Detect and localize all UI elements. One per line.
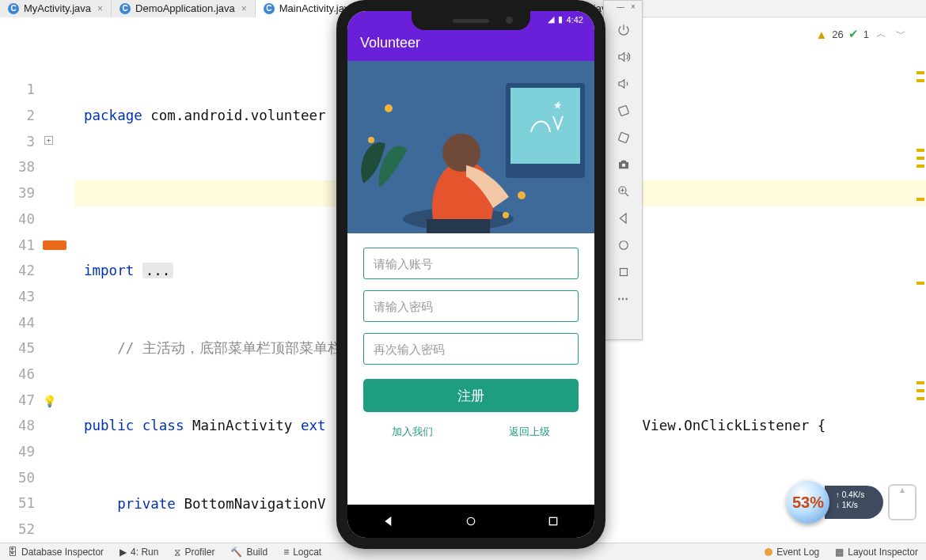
nav-home-icon[interactable] <box>465 515 477 528</box>
emulator-toolbar: — × ⋯ <box>603 0 643 340</box>
volume-up-button[interactable] <box>604 44 643 70</box>
close-icon[interactable]: × <box>241 3 247 14</box>
register-form: 注册 加入我们 返回上级 <box>347 233 594 447</box>
svg-point-12 <box>368 137 374 143</box>
rotate-left-button[interactable] <box>604 97 643 124</box>
play-icon: ▶ <box>120 547 127 558</box>
svg-rect-10 <box>442 134 480 172</box>
java-class-icon: C <box>264 3 275 14</box>
checkmark-icon: ✔ <box>848 27 859 41</box>
hammer-icon: 🔨 <box>230 547 242 558</box>
android-nav-bar <box>347 505 594 538</box>
widget-speeds: ↑ 0.4K/s ↓ 1K/s <box>825 486 883 519</box>
android-home-button[interactable] <box>604 232 643 259</box>
layout-inspector-icon: ▦ <box>835 547 844 558</box>
android-back-button[interactable] <box>604 205 643 232</box>
svg-point-11 <box>385 104 393 112</box>
more-button[interactable]: ⋯ <box>604 286 643 312</box>
emulator-screen[interactable]: ◢ ▮ 4:42 Volunteer <box>347 11 594 538</box>
inspection-summary: ▲ 26 ✔ 1 ︿ ﹀ <box>815 27 909 41</box>
device-notch <box>412 11 530 30</box>
power-button[interactable] <box>604 17 643 44</box>
signal-icon: ◢ <box>548 14 554 25</box>
logcat-icon: ≡ <box>283 547 289 558</box>
nav-overview-icon[interactable] <box>547 515 560 528</box>
register-button[interactable]: 注册 <box>363 379 579 412</box>
database-inspector-button[interactable]: 🗄Database Inspector <box>0 547 112 558</box>
svg-point-13 <box>518 191 526 199</box>
next-highlight-button[interactable]: ﹀ <box>894 27 909 41</box>
app-title: Volunteer <box>360 35 420 51</box>
android-status-bar: ◢ ▮ 4:42 <box>548 14 583 25</box>
profiler-button[interactable]: ⧖Profiler <box>166 547 222 558</box>
fold-toggle-icon[interactable]: + <box>44 136 53 145</box>
profiler-icon: ⧖ <box>174 547 180 558</box>
logcat-button[interactable]: ≡Logcat <box>275 547 329 558</box>
svg-rect-16 <box>549 517 556 524</box>
status-time: 4:42 <box>567 15 583 25</box>
zoom-button[interactable] <box>604 178 643 205</box>
screenshot-button[interactable] <box>604 151 643 178</box>
network-speed-widget[interactable]: 53% ↑ 0.4K/s ↓ 1K/s <box>787 481 917 524</box>
svg-point-2 <box>622 164 626 168</box>
java-class-icon: C <box>8 3 19 14</box>
build-tool-button[interactable]: 🔨Build <box>222 547 275 558</box>
android-overview-button[interactable] <box>604 259 643 286</box>
svg-point-15 <box>467 517 474 524</box>
account-input[interactable] <box>363 248 579 279</box>
widget-percent: 53% <box>787 481 829 524</box>
join-us-link[interactable]: 加入我们 <box>392 425 433 439</box>
layout-inspector-button[interactable]: ▦Layout Inspector <box>827 547 926 558</box>
svg-point-14 <box>503 212 509 218</box>
minimize-button[interactable]: — <box>615 2 626 12</box>
nav-back-icon[interactable] <box>382 515 395 528</box>
event-log-button[interactable]: Event Log <box>757 547 827 558</box>
database-icon: 🗄 <box>8 547 17 558</box>
widget-expand-button[interactable] <box>888 484 917 520</box>
warning-icon: ▲ <box>815 28 827 41</box>
volume-down-button[interactable] <box>604 70 643 97</box>
rotate-right-button[interactable] <box>604 124 643 151</box>
warning-count: 26 <box>832 28 843 40</box>
hero-illustration <box>347 61 594 233</box>
battery-icon: ▮ <box>558 14 563 25</box>
password-confirm-input[interactable] <box>363 333 579 365</box>
tab-myactivity[interactable]: C MyActivity.java × <box>0 0 112 17</box>
ok-count: 1 <box>863 28 869 40</box>
error-stripe[interactable] <box>915 17 926 543</box>
svg-rect-5 <box>620 269 628 276</box>
emulator-device-frame: ◢ ▮ 4:42 Volunteer <box>336 0 605 549</box>
svg-rect-8 <box>510 88 580 164</box>
close-button[interactable]: × <box>628 2 639 12</box>
run-tool-button[interactable]: ▶4: Run <box>112 547 166 558</box>
java-class-icon: C <box>120 3 131 14</box>
class-gutter-icon <box>43 240 66 250</box>
password-input[interactable] <box>363 290 579 322</box>
icon-gutter: + 💡 <box>43 17 74 543</box>
tab-label: MyActivity.java <box>24 2 91 14</box>
svg-point-4 <box>620 241 628 250</box>
prev-highlight-button[interactable]: ︿ <box>874 27 889 41</box>
tab-label: DemoApplication.java <box>135 2 235 14</box>
intention-bulb-icon[interactable]: 💡 <box>43 395 56 407</box>
tab-demoapplication[interactable]: C DemoApplication.java × <box>112 0 256 17</box>
svg-rect-1 <box>618 132 628 142</box>
line-number-gutter: 1233839404142434445464748495051525354 <box>0 17 43 543</box>
svg-rect-0 <box>618 105 628 115</box>
close-icon[interactable]: × <box>97 3 103 14</box>
back-link[interactable]: 返回上级 <box>509 425 550 439</box>
event-log-icon <box>765 548 772 556</box>
